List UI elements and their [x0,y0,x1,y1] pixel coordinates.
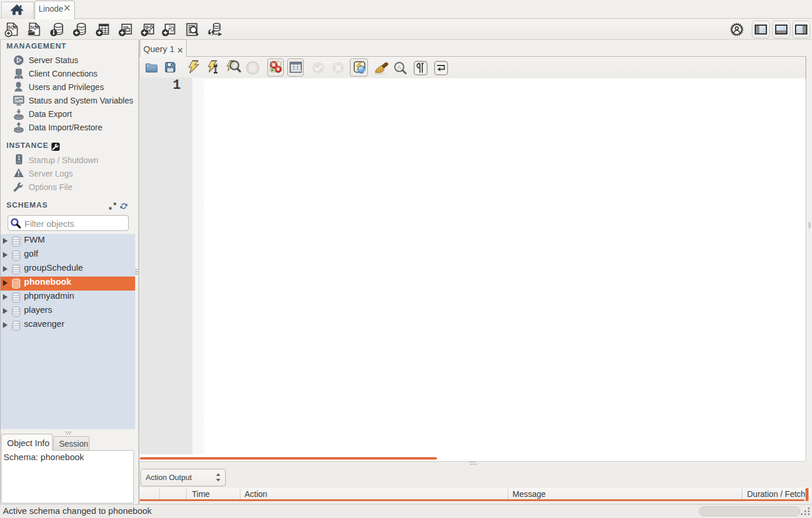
svg-text:SQL: SQL [30,25,40,30]
svg-text:SQL: SQL [8,25,18,30]
svg-text:A: A [397,64,401,70]
